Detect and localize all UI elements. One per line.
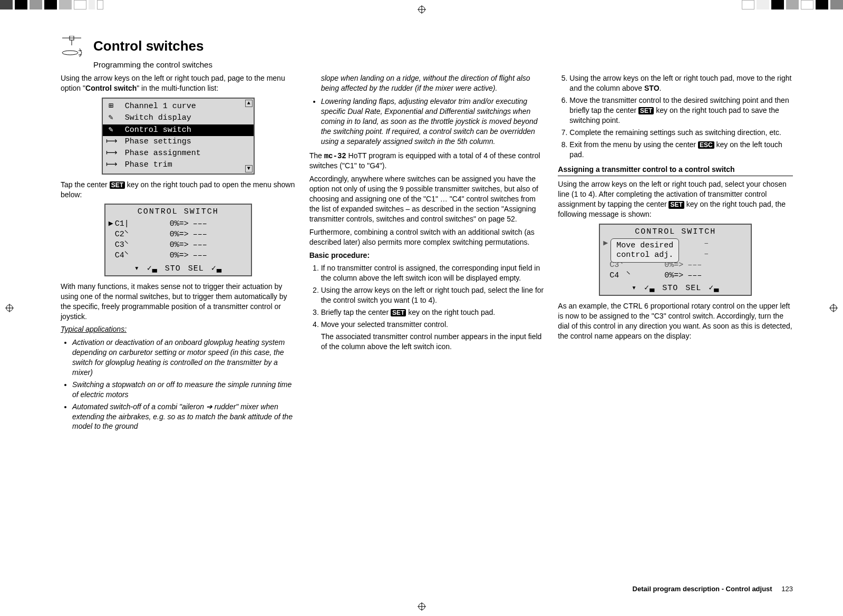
menu-item-label: Phase settings <box>115 137 191 147</box>
list-item: Automated switch-off of a combi "aileron… <box>72 402 296 432</box>
column-2: slope when landing on a ridge, without t… <box>309 73 545 436</box>
list-item: Using the arrow keys on the left or righ… <box>569 73 793 93</box>
column-3: Using the arrow keys on the left or righ… <box>558 73 793 436</box>
down-icon: ▾ <box>134 264 140 274</box>
menu-item-icon: ⟼ <box>106 137 115 147</box>
menu-item-label: Phase assignment <box>115 148 201 159</box>
text: Briefly tap the center <box>321 308 391 316</box>
menu-item: ⊞ Channel 1 curve <box>103 101 254 112</box>
menu-item-label: Channel 1 curve <box>115 101 196 112</box>
list-item: If no transmitter control is assigned, t… <box>321 263 545 283</box>
set-key-icon: SET <box>668 201 684 208</box>
bold-term: STO <box>644 84 660 92</box>
paragraph: As an example, the CTRL 6 proportional r… <box>558 301 793 341</box>
list-item: Activation or deactivation of an onboard… <box>72 338 296 378</box>
section-heading: Assigning a transmitter control to a con… <box>558 165 793 176</box>
menu-item: ⟼ Phase trim <box>103 159 254 171</box>
paragraph: Furthermore, combining a control switch … <box>309 227 545 247</box>
list-item: Switching a stopwatch on or off to measu… <box>72 380 296 400</box>
print-target-right <box>829 304 838 312</box>
list-item: Briefly tap the center SET key on the ri… <box>321 307 545 317</box>
basic-procedure-heading: Basic procedure: <box>309 251 545 261</box>
model-name: mc-32 <box>324 152 346 160</box>
lcd-title: CONTROL SWITCH <box>105 205 251 218</box>
bullet-list: Lowering landing flaps, adjusting elevat… <box>309 97 545 146</box>
menu-item-label: Phase trim <box>115 160 172 170</box>
menu-item-label: Control switch <box>115 125 191 136</box>
switch-icon: ✓▃ <box>709 283 719 294</box>
page-number: 123 <box>781 585 793 593</box>
scroll-down-icon: ▼ <box>245 165 253 172</box>
page-footer: Detail program description - Control adj… <box>633 584 793 594</box>
text: Exit from the menu by using the center <box>569 140 698 149</box>
switch-icon: ✓▃ <box>644 283 655 294</box>
svg-point-15 <box>62 51 78 55</box>
text: Move your selected transmitter control. <box>321 320 448 329</box>
esc-key-icon: ESC <box>698 141 714 149</box>
text: The associated transmitter control numbe… <box>321 332 545 352</box>
sel-label: SEL <box>685 283 701 294</box>
menu-item-icon: ✎ <box>106 113 115 123</box>
lcd-bottom-bar: ▾ ✓▃ STO SEL ✓▃ <box>105 262 251 275</box>
list-item: Lowering landing flaps, adjusting elevat… <box>321 97 545 146</box>
column-1: Using the arrow keys on the left or righ… <box>61 73 296 436</box>
text: The <box>309 151 324 160</box>
menu-item: ✎ Control switch <box>103 124 254 136</box>
list-item: Complete the remaining settings such as … <box>569 128 793 138</box>
set-key-icon: SET <box>391 309 406 316</box>
table-row: C4⸌0%=>––– <box>600 271 751 281</box>
text: key on the right touch pad. <box>406 308 495 316</box>
list-item: Move the transmitter control to the desi… <box>569 95 793 126</box>
typical-apps-list: Activation or deactivation of an onboard… <box>61 338 296 431</box>
overlay-line: Move desired <box>616 241 673 251</box>
intro-paragraph: Using the arrow keys on the left or righ… <box>61 73 296 93</box>
cell: C4 <box>609 271 626 281</box>
print-color-bar-left <box>0 0 103 9</box>
basic-procedure-list: If no transmitter control is assigned, t… <box>309 263 545 351</box>
overlay-line: control adj. <box>616 251 673 260</box>
menu-item: ⟼ Phase assignment <box>103 148 254 159</box>
down-icon: ▾ <box>632 283 637 294</box>
print-color-bar-right <box>742 0 843 9</box>
lcd-menu-list: ▲ ▼ ⊞ Channel 1 curve✎ Switch display✎ C… <box>102 98 255 175</box>
menu-item: ✎ Switch display <box>103 112 254 124</box>
menu-item-icon: ✎ <box>106 125 115 136</box>
scroll-up-icon: ▲ <box>245 100 253 107</box>
list-item: Move your selected transmitter control. … <box>321 320 545 352</box>
carryover-italic: slope when landing on a ridge, without t… <box>309 73 545 93</box>
table-row: ▶C1|0%=>––– <box>105 219 251 229</box>
overlay-message: Move desired control adj. <box>611 238 679 263</box>
page-subtitle: Programming the control switches <box>93 60 793 70</box>
sto-label: STO <box>165 264 181 274</box>
paragraph: Accordingly, anywhere where switches can… <box>309 174 545 224</box>
text: Tap the center <box>61 180 110 189</box>
set-key-icon: SET <box>110 181 125 189</box>
sel-label: SEL <box>188 264 204 274</box>
print-target-left <box>5 304 14 312</box>
apps-heading: Typical applications: <box>61 324 296 334</box>
footer-label: Detail program description - Control adj… <box>633 585 772 593</box>
paragraph: Using the arrow keys on the left or righ… <box>558 179 793 219</box>
set-key-icon: SET <box>638 107 654 114</box>
switch-icon: ✓▃ <box>147 264 158 274</box>
paragraph: The mc-32 HoTT program is equipped with … <box>309 151 545 171</box>
cell: 0% <box>653 271 674 281</box>
table-row: C4⸌0%=>––– <box>105 251 251 261</box>
list-item: Using the arrow keys on the left or righ… <box>321 285 545 305</box>
list-item: Exit from the menu by using the center E… <box>569 140 793 160</box>
sto-label: STO <box>662 283 678 294</box>
table-row: C3⸌0%=>––– <box>105 240 251 251</box>
cell: ––– <box>687 271 709 281</box>
menu-item-icon: ⟼ <box>106 160 115 170</box>
paragraph: With many functions, it makes sense not … <box>61 282 296 322</box>
paragraph: Tap the center SET key on the right touc… <box>61 180 296 200</box>
menu-item-icon: ⊞ <box>106 101 115 112</box>
text: . <box>660 84 662 92</box>
bold-term: Control switch <box>85 84 137 92</box>
page-title: Control switches <box>93 37 793 55</box>
lcd-bottom-bar: ▾ ✓▃ STO SEL ✓▃ <box>600 281 751 295</box>
text: " in the multi-function list: <box>137 84 218 92</box>
switch-icon: ✓▃ <box>211 264 222 274</box>
lcd-control-switch-table: CONTROL SWITCH ▶C1|0%=>–––C2⸌0%=>–––C3⸌0… <box>104 204 252 276</box>
lcd-title: CONTROL SWITCH <box>600 225 751 238</box>
